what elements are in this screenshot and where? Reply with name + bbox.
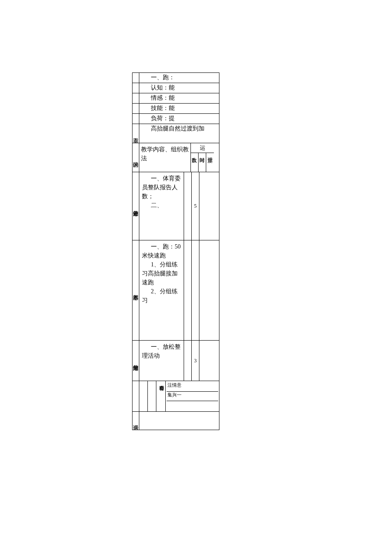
basic-count <box>184 240 192 340</box>
basic-intensity <box>199 240 219 340</box>
row6-label: 重点 <box>133 124 139 143</box>
row-load: 本 负荷：提 <box>133 114 219 124</box>
end-line1: 一、放松整理活动 <box>142 342 181 360</box>
postclass-content <box>139 412 219 430</box>
intensity-header: 强度 <box>206 153 214 172</box>
row1-content: 一、跑： <box>139 73 219 83</box>
end-time: 3 <box>192 341 199 381</box>
basic-line2: 1、分组练习高抬腿接加速跑 <box>142 260 181 287</box>
row2-label: 学 <box>133 83 139 93</box>
end-content: 一、放松整理活动 <box>139 341 184 381</box>
basic-label: 基本部 <box>133 240 139 340</box>
row4-label <box>133 104 139 113</box>
count-header: 次数 <box>191 153 199 172</box>
row-keypoint: 重点 高抬腿自然过渡到加 <box>133 124 219 143</box>
row-title: 一、跑： <box>133 73 219 83</box>
row1-label <box>133 73 139 83</box>
teaching-content-header: 教学内容、组织教法 <box>139 143 191 172</box>
basic-time <box>192 240 199 340</box>
row5-content: 负荷：提 <box>139 114 219 124</box>
postclass-label: 课后 <box>133 412 139 430</box>
graph-col4b: 集兴一 <box>167 392 218 402</box>
lesson-plan-table: 一、跑： 学 认知：能 情感：能 技能：能 本 负荷：提 重点 高抬腿自然过渡到… <box>132 72 219 430</box>
row-skill: 技能：能 <box>133 104 219 114</box>
end-count <box>184 341 192 381</box>
row2-content: 认知：能 <box>139 83 219 93</box>
graph-col4: 注情意 集兴一 <box>166 381 219 411</box>
prep-label: 准备部分 <box>133 172 139 240</box>
row-postclass: 课后 <box>133 412 219 430</box>
prep-content: 一、体育委员整队报告人数； 二、 <box>139 172 184 240</box>
graph-col1 <box>139 381 148 411</box>
row5-label: 本 <box>133 114 139 124</box>
graph-col4a: 注情意 <box>167 382 218 392</box>
row-graph: 心理负荷 注情意 集兴一 <box>133 381 219 412</box>
basic-line1: 一、跑：50米快速跑 <box>142 242 181 260</box>
row3-content: 情感：能 <box>139 93 219 103</box>
row-cognition: 学 认知：能 <box>133 83 219 93</box>
row-end-section: 结束部分 一、放松整理活动 3 <box>133 341 219 381</box>
basic-line3: 2、分组练习 <box>142 287 181 305</box>
prep-line2: 二、 <box>142 201 181 210</box>
graph-col4c <box>167 401 218 410</box>
prep-count <box>184 172 192 240</box>
time-header: 时间 <box>199 153 206 172</box>
prep-intensity <box>199 172 219 240</box>
prep-time: 5 <box>192 172 199 240</box>
row-header: 课的 教学内容、组织教法 运 次数 时间 强度 <box>133 143 219 172</box>
row-basic-section: 基本部 一、跑：50米快速跑 1、分组练习高抬腿接加速跑 2、分组练习 <box>133 240 219 341</box>
row-prep-section: 准备部分 一、体育委员整队报告人数； 二、 5 <box>133 172 219 240</box>
row7-label: 课的 <box>133 143 139 172</box>
end-label: 结束部分 <box>133 341 139 381</box>
graph-col2 <box>148 381 156 411</box>
graph-label <box>133 381 139 411</box>
end-intensity <box>199 341 219 381</box>
basic-content: 一、跑：50米快速跑 1、分组练习高抬腿接加速跑 2、分组练习 <box>139 240 184 340</box>
row4-content: 技能：能 <box>139 104 219 113</box>
prep-line1: 一、体育委员整队报告人数； <box>142 174 181 201</box>
graph-col3: 心理负荷 <box>156 381 166 411</box>
row3-label <box>133 93 139 103</box>
row6-content: 高抬腿自然过渡到加 <box>139 124 219 143</box>
exercise-header: 运 <box>191 143 214 153</box>
row-emotion: 情感：能 <box>133 93 219 104</box>
